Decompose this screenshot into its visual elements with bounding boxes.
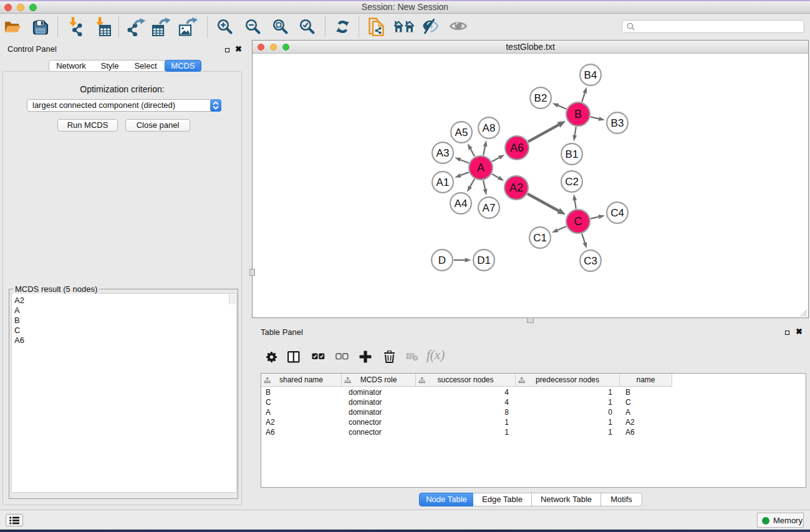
svg-text:A6: A6	[510, 142, 524, 154]
svg-text:B1: B1	[566, 148, 579, 160]
svg-text:A5: A5	[455, 127, 468, 138]
svg-text:D: D	[438, 254, 446, 266]
svg-text:D1: D1	[477, 254, 491, 266]
svg-text:B2: B2	[534, 92, 547, 104]
svg-text:C: C	[574, 215, 582, 228]
svg-text:C1: C1	[533, 232, 547, 244]
svg-text:A2: A2	[509, 181, 523, 194]
svg-text:A8: A8	[483, 122, 496, 134]
svg-text:B3: B3	[611, 117, 624, 129]
svg-text:C4: C4	[610, 207, 624, 219]
svg-text:A3: A3	[436, 147, 450, 159]
svg-text:A7: A7	[483, 202, 496, 214]
svg-text:C3: C3	[584, 255, 597, 267]
svg-text:A: A	[477, 162, 485, 174]
svg-text:A4: A4	[455, 198, 468, 210]
svg-text:C2: C2	[565, 176, 579, 188]
svg-text:A1: A1	[436, 177, 450, 188]
svg-text:B: B	[574, 108, 582, 120]
svg-text:B4: B4	[584, 69, 597, 81]
